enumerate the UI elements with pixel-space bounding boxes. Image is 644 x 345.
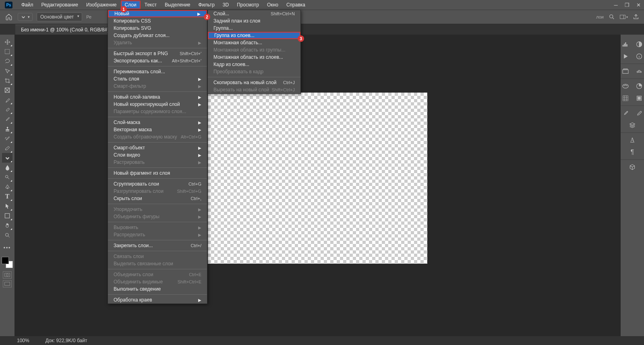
submenu-item-0[interactable]: Слой...Shift+Ctrl+N [208, 10, 300, 17]
eraser-tool[interactable] [2, 143, 12, 153]
svg-point-14 [6, 274, 8, 276]
menubar-item-просмотр[interactable]: Просмотр [233, 0, 263, 9]
submenu-item-6[interactable]: Монтажная область из слоев... [208, 54, 300, 61]
panel-icon-histogram[interactable] [621, 39, 630, 49]
layers-menu-item-21[interactable]: Смарт-объект▶ [108, 144, 207, 151]
panel-icon-brush-edit[interactable] [621, 108, 630, 118]
share-icon[interactable] [632, 13, 640, 21]
minimize-button[interactable]: ─ [610, 0, 621, 10]
menubar-item-выделение[interactable]: Выделение [161, 0, 195, 9]
hand-tool[interactable] [2, 221, 12, 230]
panel-icon-info[interactable] [634, 52, 644, 61]
frame-tool[interactable] [2, 85, 12, 95]
submenu-item-1[interactable]: Задний план из слоя [208, 17, 300, 25]
panel-icon-adjustments[interactable] [634, 39, 644, 49]
layers-menu-item-13[interactable]: Новый слой-заливка▶ [108, 93, 207, 101]
menubar-item-справка[interactable]: Справка [282, 0, 309, 9]
layers-menu-item-17[interactable]: Слой-маска▶ [108, 119, 207, 126]
history-brush-tool[interactable] [2, 134, 12, 143]
doc-size[interactable]: Док: 922,9K/0 байт [46, 338, 87, 343]
menubar-item-редактирование[interactable]: Редактирование [37, 0, 82, 9]
submenu-item-2[interactable]: Группа... [208, 25, 300, 32]
submenu-item-4[interactable]: Монтажная область... [208, 39, 300, 46]
lasso-tool[interactable] [2, 56, 12, 66]
layers-menu-item-10[interactable]: Стиль слоя▶ [108, 75, 207, 83]
panel-icon-play[interactable] [621, 52, 630, 61]
shape-tool[interactable] [2, 211, 12, 221]
menubar-item-изображение[interactable]: Изображение [82, 0, 121, 9]
panel-icon-styles[interactable] [634, 93, 644, 103]
menu-item-label: Стиль слоя [114, 76, 139, 82]
layers-menu-item-3[interactable]: Создать дубликат слоя... [108, 32, 207, 39]
pen-tool[interactable] [2, 182, 12, 192]
submenu-item-3[interactable]: Группа из слоев... [208, 32, 300, 39]
document-canvas[interactable] [208, 93, 427, 264]
layers-menu-item-7[interactable]: Экспортировать как...Alt+Shift+Ctrl+' [108, 57, 207, 64]
fill-source-dropdown[interactable]: Основной цвет ▾ [37, 12, 82, 21]
move-tool[interactable] [2, 37, 12, 47]
foreground-color[interactable] [2, 257, 9, 264]
menu-item-label: Копировать CSS [114, 18, 151, 24]
panel-icon-grid[interactable] [621, 93, 630, 103]
panel-icon-libraries[interactable] [621, 66, 630, 76]
edit-toolbar-icon[interactable]: ••• [2, 243, 12, 253]
layers-menu-item-1[interactable]: Копировать CSS [108, 17, 207, 25]
layers-menu-item-37[interactable]: Закрепить слои...Ctrl+/ [108, 242, 207, 249]
layers-menu-item-22[interactable]: Слои видео▶ [108, 151, 207, 159]
zoom-level[interactable]: 100% [17, 338, 29, 343]
panel-icon-layers[interactable] [627, 120, 637, 130]
screen-mode-toggle[interactable] [3, 280, 12, 287]
menubar-item-файл[interactable]: Файл [17, 0, 37, 9]
panel-icon-cloud[interactable] [634, 66, 644, 76]
search-icon[interactable] [608, 13, 616, 21]
svg-rect-40 [638, 97, 640, 99]
gradient-tool[interactable] [2, 153, 12, 163]
tools-panel: T ••• [0, 35, 14, 336]
layers-menu-item-9[interactable]: Переименовать слой... [108, 68, 207, 75]
panel-icon-brushes[interactable] [634, 108, 644, 118]
panel-icon-3d[interactable] [627, 162, 637, 172]
layers-menu-item-46[interactable]: Обработка краев▶ [108, 296, 207, 304]
quick-select-tool[interactable] [2, 66, 12, 76]
zoom-tool[interactable] [2, 230, 12, 240]
panel-icon-paragraph[interactable]: ¶ [627, 147, 637, 157]
layers-menu-item-44[interactable]: Выполнить сведение [108, 285, 207, 293]
menubar-item-3d[interactable]: 3D [219, 0, 233, 9]
path-select-tool[interactable] [2, 201, 12, 211]
layers-menu-item-27[interactable]: Сгруппировать слоиCtrl+G [108, 180, 207, 188]
layers-menu-item-25[interactable]: Новый фрагмент из слоя [108, 169, 207, 177]
menubar-item-фильтр[interactable]: Фильтр [195, 0, 219, 9]
new-layer-submenu: Слой...Shift+Ctrl+NЗадний план из слояГр… [207, 10, 301, 94]
panel-icon-color[interactable] [634, 81, 644, 91]
menubar-item-окно[interactable]: Окно [263, 0, 282, 9]
layers-menu-item-6[interactable]: Быстрый экспорт в PNGShift+Ctrl+' [108, 50, 207, 57]
type-tool[interactable]: T [2, 192, 12, 201]
menubar-item-текст[interactable]: Текст [141, 0, 161, 9]
menu-item-label: Преобразовать в кадр [213, 69, 263, 74]
layers-menu-item-18[interactable]: Векторная маска▶ [108, 126, 207, 133]
layers-menu-item-14[interactable]: Новый корректирующий слой▶ [108, 101, 207, 108]
submenu-item-7[interactable]: Кадр из слоев... [208, 61, 300, 68]
eyedropper-tool[interactable] [2, 95, 12, 105]
marquee-tool[interactable] [2, 47, 12, 56]
panel-icon-swatches[interactable] [621, 81, 630, 91]
home-icon[interactable] [4, 12, 14, 22]
close-button[interactable]: ✕ [633, 0, 644, 10]
layers-menu-item-2[interactable]: Копировать SVG [108, 25, 207, 32]
crop-tool[interactable] [2, 76, 12, 85]
blur-tool[interactable] [2, 163, 12, 172]
healing-tool[interactable] [2, 105, 12, 114]
maximize-button[interactable]: ❐ [621, 0, 633, 10]
brush-tool[interactable] [2, 114, 12, 124]
workspace-switcher-icon[interactable]: ▾ [620, 13, 628, 21]
submenu-item-10[interactable]: Скопировать на новый слойCtrl+J [208, 79, 300, 86]
quick-mask-toggle[interactable] [3, 271, 12, 279]
layers-menu-item-29[interactable]: Скрыть слоиCtrl+, [108, 195, 207, 202]
tool-preset-picker[interactable]: ▾ [18, 13, 33, 21]
svg-rect-34 [623, 96, 628, 101]
chevron-right-icon: ▶ [198, 77, 201, 81]
dodge-tool[interactable] [2, 172, 12, 182]
panel-icon-character[interactable]: A [627, 135, 637, 145]
color-swatches[interactable] [2, 257, 13, 268]
stamp-tool[interactable] [2, 124, 12, 134]
